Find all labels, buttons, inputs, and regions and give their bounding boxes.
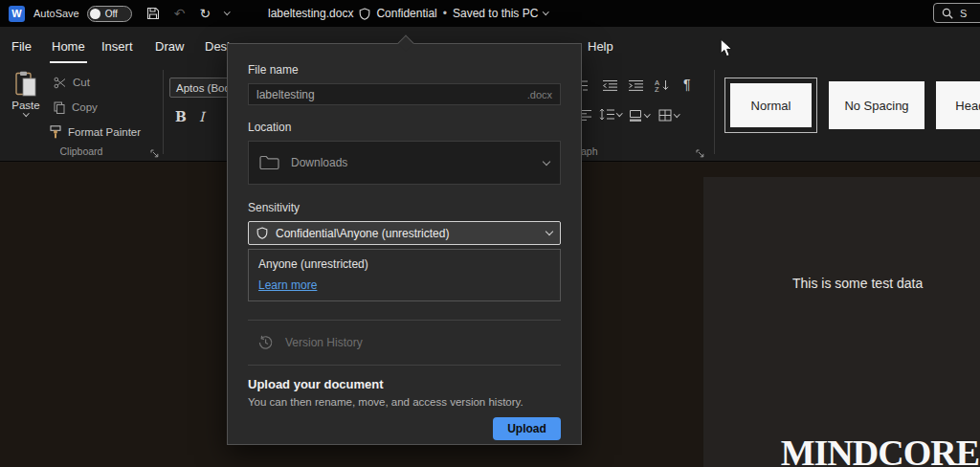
copy-label: Copy bbox=[72, 101, 98, 113]
italic-button[interactable]: I bbox=[199, 109, 205, 124]
sensitivity-dropdown[interactable]: Confidential\Anyone (unrestricted) bbox=[248, 221, 561, 245]
sensitivity-info-title: Anyone (unrestricted) bbox=[258, 257, 550, 271]
show-formatting-marks-button[interactable]: ¶ bbox=[683, 77, 691, 92]
paste-clipboard-icon bbox=[15, 71, 36, 97]
document-text: This is some test data bbox=[792, 276, 923, 291]
cut-label: Cut bbox=[73, 77, 90, 88]
sort-button[interactable]: AZ bbox=[655, 78, 670, 92]
dialog-launcher-icon bbox=[696, 149, 704, 158]
upload-button[interactable]: Upload bbox=[493, 417, 561, 440]
clipboard-dialog-launcher[interactable] bbox=[150, 146, 159, 155]
autosave-label: AutoSave bbox=[33, 8, 79, 19]
undo-button[interactable]: ↶ bbox=[174, 7, 186, 20]
file-name-input[interactable]: labeltesting .docx bbox=[248, 83, 561, 105]
location-label: Location bbox=[248, 121, 561, 134]
chevron-down-icon bbox=[616, 110, 622, 116]
redo-button[interactable]: ↻ bbox=[199, 7, 211, 20]
word-app-icon[interactable]: W bbox=[9, 6, 25, 22]
chevron-down-icon bbox=[546, 228, 553, 235]
file-name-label: File name bbox=[248, 63, 561, 77]
line-spacing-button[interactable] bbox=[599, 108, 622, 121]
undo-icon: ↶ bbox=[174, 7, 186, 20]
chevron-down-icon bbox=[543, 157, 550, 165]
word-app-icon-letter: W bbox=[11, 8, 21, 19]
upload-description: You can then rename, move, and access ve… bbox=[248, 396, 561, 408]
sensitivity-shield-icon bbox=[359, 8, 370, 20]
sensitivity-value: Confidential\Anyone (unrestricted) bbox=[276, 227, 449, 240]
format-painter-label: Format Painter bbox=[68, 126, 141, 138]
search-icon bbox=[942, 8, 953, 19]
borders-button[interactable] bbox=[658, 109, 679, 122]
search-box[interactable]: S bbox=[933, 3, 980, 23]
sort-az-icon: AZ bbox=[655, 78, 670, 92]
chevron-down-icon bbox=[23, 110, 29, 116]
file-options-flyout: File name labeltesting .docx Location Do… bbox=[227, 43, 582, 445]
chevron-down-icon bbox=[674, 111, 679, 117]
sensitivity-badge: Confidential bbox=[376, 7, 436, 20]
menu-draw[interactable]: Draw bbox=[153, 37, 186, 56]
autosave-state-label: Off bbox=[105, 9, 118, 19]
quick-access-menu-button[interactable] bbox=[225, 12, 230, 14]
location-dropdown[interactable]: Downloads bbox=[248, 141, 561, 185]
increase-indent-icon bbox=[629, 79, 643, 92]
decrease-indent-button[interactable] bbox=[603, 79, 617, 92]
chevron-down-icon bbox=[644, 111, 650, 117]
clipboard-group-label: Clipboard bbox=[0, 145, 163, 157]
document-title: labeltesting.docx bbox=[268, 7, 353, 20]
watermark: MINDCORE bbox=[781, 434, 979, 467]
folder-icon bbox=[259, 155, 279, 170]
style-no-spacing[interactable]: No Spacing bbox=[829, 81, 924, 129]
location-value: Downloads bbox=[291, 156, 347, 169]
menu-home[interactable]: Home bbox=[50, 37, 87, 56]
document-page[interactable]: This is some test data bbox=[703, 177, 980, 467]
line-spacing-icon bbox=[599, 108, 614, 121]
word-app-window: W AutoSave Off ↶ ↻ labeltesting.docx Con… bbox=[0, 0, 980, 467]
chevron-down-icon bbox=[543, 9, 548, 14]
style-heading1[interactable]: Heading 1 bbox=[936, 81, 980, 129]
version-history-label: Version History bbox=[285, 336, 363, 349]
menu-help[interactable]: Help bbox=[586, 37, 615, 56]
upload-heading: Upload your document bbox=[248, 377, 561, 391]
document-title-button[interactable]: labeltesting.docx Confidential • Saved t… bbox=[268, 0, 548, 27]
separator-dot: • bbox=[443, 7, 447, 20]
scissors-icon bbox=[54, 77, 66, 89]
menu-insert[interactable]: Insert bbox=[100, 37, 135, 56]
divider bbox=[248, 365, 561, 366]
save-button[interactable] bbox=[146, 7, 160, 20]
paste-button[interactable]: Paste bbox=[6, 71, 46, 132]
group-separator bbox=[714, 70, 715, 154]
shading-icon bbox=[629, 109, 642, 122]
file-extension: .docx bbox=[527, 89, 552, 100]
dialog-launcher-icon bbox=[150, 149, 159, 158]
format-painter-button[interactable]: Format Painter bbox=[50, 124, 141, 140]
group-separator bbox=[163, 70, 164, 154]
cut-button[interactable]: Cut bbox=[54, 75, 90, 90]
style-normal-label: Normal bbox=[751, 99, 791, 113]
pilcrow-icon: ¶ bbox=[683, 77, 691, 92]
version-history-button[interactable]: Version History bbox=[248, 332, 561, 353]
sensitivity-label: Sensitivity bbox=[248, 201, 561, 214]
increase-indent-button[interactable] bbox=[629, 79, 643, 92]
autosave-toggle[interactable]: Off bbox=[87, 6, 132, 22]
save-icon bbox=[146, 7, 160, 20]
learn-more-link[interactable]: Learn more bbox=[258, 278, 317, 292]
menu-file[interactable]: File bbox=[10, 37, 33, 56]
svg-text:Z: Z bbox=[655, 85, 659, 92]
paragraph-dialog-launcher[interactable] bbox=[696, 146, 704, 155]
divider bbox=[248, 320, 561, 321]
mouse-cursor bbox=[720, 38, 734, 58]
shading-button[interactable] bbox=[629, 109, 650, 122]
copy-button[interactable]: Copy bbox=[54, 100, 98, 115]
format-painter-icon bbox=[50, 125, 61, 139]
style-heading1-label: Heading 1 bbox=[955, 99, 980, 113]
copy-icon bbox=[54, 101, 65, 114]
bold-button[interactable]: B bbox=[175, 109, 187, 124]
autosave-toggle-knob bbox=[90, 9, 100, 19]
titlebar: W AutoSave Off ↶ ↻ labeltesting.docx Con… bbox=[0, 0, 980, 27]
style-normal-preview: Normal bbox=[730, 83, 812, 127]
style-normal[interactable]: Normal bbox=[724, 78, 817, 133]
chevron-down-icon bbox=[224, 9, 230, 14]
decrease-indent-icon bbox=[603, 79, 617, 92]
borders-icon bbox=[658, 109, 672, 122]
shield-icon bbox=[256, 227, 268, 239]
